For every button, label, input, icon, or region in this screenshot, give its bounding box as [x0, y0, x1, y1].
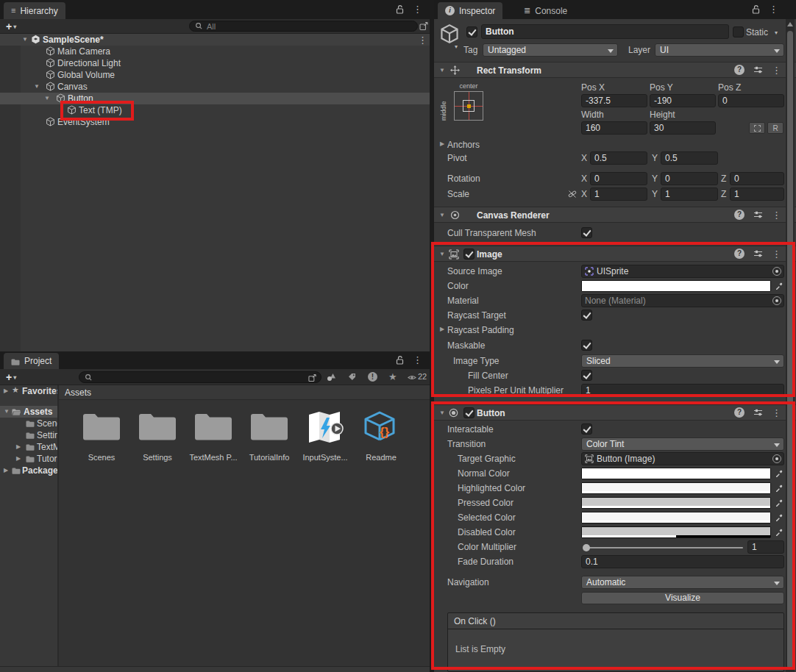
- button-header[interactable]: ▼ Button ? ⋮: [434, 404, 796, 421]
- target-graphic-object-field[interactable]: Button (Image): [581, 452, 784, 465]
- kebab-menu-icon[interactable]: ⋮: [769, 4, 778, 14]
- foldout-open-icon[interactable]: ▼: [439, 212, 445, 218]
- presets-icon[interactable]: [753, 210, 763, 219]
- transition-dropdown[interactable]: Color Tint: [581, 437, 784, 451]
- kebab-menu-icon[interactable]: ⋮: [413, 4, 422, 14]
- color-multiplier-slider[interactable]: [584, 547, 743, 548]
- eyedropper-icon[interactable]: [775, 282, 783, 290]
- hierarchy-row-eventsystem[interactable]: EventSystem: [0, 116, 430, 128]
- hierarchy-row-canvas[interactable]: ▼ Canvas: [0, 81, 430, 93]
- pos-z-field[interactable]: 0: [718, 94, 784, 107]
- tree-row-packages[interactable]: ▶ Packages: [0, 465, 57, 476]
- tab-hierarchy[interactable]: ≡ Hierarchy: [4, 2, 65, 19]
- foldout-open-icon[interactable]: ▼: [34, 84, 40, 90]
- canvas-renderer-header[interactable]: ▼ Canvas Renderer ? ⋮: [434, 207, 796, 223]
- disabled-color-swatch[interactable]: [581, 526, 771, 538]
- open-search-window-icon[interactable]: [419, 21, 429, 31]
- raycast-padding-row[interactable]: ▶ Raycast Padding: [434, 324, 796, 337]
- rect-transform-header[interactable]: ▼ Rect Transform ? ⋮: [434, 62, 796, 78]
- scale-y-field[interactable]: 1: [661, 187, 718, 201]
- tree-row-tutorialinfo[interactable]: ▶ TutorialInfo: [0, 453, 57, 465]
- hierarchy-row-main-camera[interactable]: Main Camera: [0, 46, 430, 57]
- gameobject-icon[interactable]: [439, 24, 460, 44]
- pivot-y-field[interactable]: 0.5: [661, 151, 718, 165]
- hierarchy-search-input[interactable]: All: [189, 21, 418, 32]
- raw-edit-mode-button[interactable]: R: [767, 122, 783, 134]
- help-icon[interactable]: ?: [734, 407, 745, 418]
- static-checkbox[interactable]: [733, 26, 744, 37]
- hierarchy-row-text-tmp[interactable]: Text (TMP): [0, 104, 430, 116]
- maskable-checkbox[interactable]: [581, 340, 592, 351]
- foldout-open-icon[interactable]: ▼: [439, 410, 445, 416]
- raycast-target-checkbox[interactable]: [581, 310, 592, 321]
- add-gameobject-button[interactable]: +▾: [6, 21, 16, 32]
- anchors-row[interactable]: ▶ Anchors: [434, 138, 796, 151]
- scene-options-icon[interactable]: ⋮: [418, 35, 427, 45]
- object-picker-icon[interactable]: [772, 454, 781, 463]
- hierarchy-row-button-selected[interactable]: ▼ Button: [0, 93, 430, 104]
- material-object-field[interactable]: None (Material): [581, 294, 784, 307]
- navigation-dropdown[interactable]: Automatic: [581, 576, 784, 589]
- pivot-x-field[interactable]: 0.5: [590, 151, 647, 165]
- foldout-closed-icon[interactable]: ▶: [440, 326, 444, 332]
- pressed-color-swatch[interactable]: [581, 497, 771, 509]
- presets-icon[interactable]: [753, 408, 763, 417]
- gameobject-icon-dropdown-arrow[interactable]: ▾: [455, 44, 458, 50]
- tree-row-favorites[interactable]: ▶ ★ Favorites: [0, 385, 57, 397]
- foldout-closed-icon[interactable]: ▶: [16, 456, 21, 462]
- pos-y-field[interactable]: -190: [650, 94, 716, 107]
- object-picker-icon[interactable]: [772, 296, 781, 305]
- rotation-y-field[interactable]: 0: [661, 172, 718, 185]
- rotation-x-field[interactable]: 0: [590, 172, 647, 185]
- visualize-button[interactable]: Visualize: [581, 592, 784, 604]
- tree-row-textmeshpro[interactable]: ▶ TextMesh Pro: [0, 441, 57, 453]
- tab-project[interactable]: Project: [4, 353, 59, 369]
- fade-duration-field[interactable]: 0.1: [581, 555, 784, 568]
- hidden-count-eye-icon[interactable]: [408, 374, 416, 381]
- kebab-menu-icon[interactable]: ⋮: [772, 65, 781, 75]
- hierarchy-row-global-volume[interactable]: Global Volume: [0, 69, 430, 81]
- tab-inspector[interactable]: i Inspector: [438, 2, 502, 19]
- layer-dropdown[interactable]: UI: [655, 43, 784, 57]
- image-type-dropdown[interactable]: Sliced: [581, 354, 784, 368]
- source-image-object-field[interactable]: UISprite: [581, 265, 784, 278]
- fill-center-checkbox[interactable]: [581, 370, 592, 381]
- kebab-menu-icon[interactable]: ⋮: [772, 408, 781, 418]
- help-icon[interactable]: ?: [734, 210, 745, 220]
- tree-row-assets[interactable]: ▼ Assets: [0, 406, 57, 418]
- eyedropper-icon[interactable]: [775, 528, 783, 536]
- foldout-open-icon[interactable]: ▼: [439, 68, 445, 74]
- normal-color-swatch[interactable]: [581, 468, 771, 479]
- eyedropper-icon[interactable]: [775, 469, 783, 477]
- scroll-up-arrow[interactable]: [787, 22, 793, 26]
- import-warning-icon[interactable]: !: [368, 372, 377, 382]
- ppu-field[interactable]: 1: [581, 384, 784, 397]
- object-picker-icon[interactable]: [772, 267, 781, 276]
- height-field[interactable]: 30: [650, 121, 716, 135]
- breadcrumb[interactable]: Assets: [65, 387, 91, 398]
- search-by-type-icon[interactable]: [327, 373, 336, 381]
- eyedropper-icon[interactable]: [775, 498, 783, 507]
- foldout-open-icon[interactable]: ▼: [44, 96, 50, 101]
- pos-x-field[interactable]: -337.5: [581, 94, 647, 107]
- tree-row-scenes[interactable]: Scenes: [0, 418, 57, 429]
- kebab-menu-icon[interactable]: ⋮: [772, 249, 781, 259]
- hierarchy-row-directional-light[interactable]: Directional Light: [0, 57, 430, 69]
- cull-transparent-mesh-checkbox[interactable]: [581, 227, 592, 238]
- width-field[interactable]: 160: [581, 121, 647, 135]
- hierarchy-row-scene[interactable]: ▼ SampleScene* ⋮: [0, 34, 430, 46]
- tree-row-settings[interactable]: Settings: [0, 429, 57, 441]
- foldout-closed-icon[interactable]: ▶: [4, 468, 8, 473]
- lock-icon[interactable]: [396, 355, 404, 365]
- presets-icon[interactable]: [753, 249, 763, 258]
- kebab-menu-icon[interactable]: ⋮: [413, 355, 422, 365]
- foldout-open-icon[interactable]: ▼: [22, 37, 28, 43]
- scale-z-field[interactable]: 1: [730, 187, 784, 201]
- foldout-closed-icon[interactable]: ▶: [440, 141, 444, 147]
- button-enabled-checkbox[interactable]: [463, 407, 475, 418]
- scrollbar-thumb[interactable]: [787, 31, 793, 669]
- foldout-open-icon[interactable]: ▼: [4, 409, 10, 415]
- search-by-label-icon[interactable]: [348, 373, 356, 381]
- tab-console[interactable]: ≣ Console: [516, 2, 575, 19]
- help-icon[interactable]: ?: [734, 249, 745, 259]
